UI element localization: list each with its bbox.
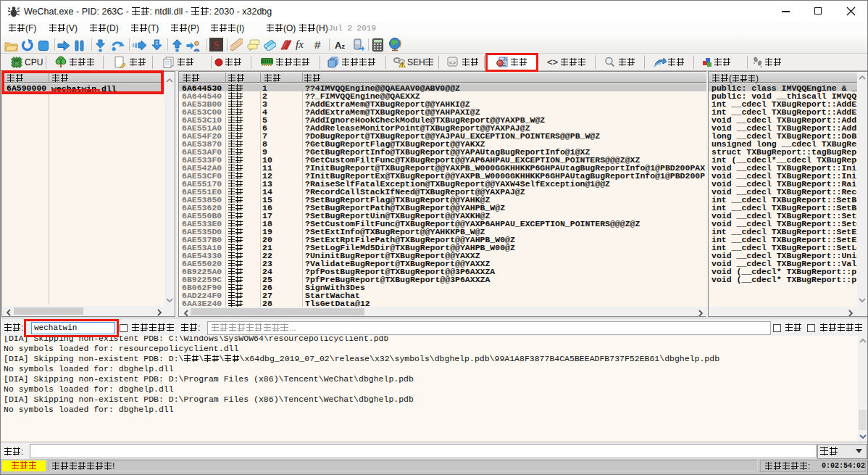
svg-text:32: 32 bbox=[14, 61, 20, 65]
svg-text:S: S bbox=[214, 40, 220, 51]
svg-text:!: ! bbox=[401, 62, 403, 67]
svg-text:<>: <> bbox=[449, 59, 456, 66]
